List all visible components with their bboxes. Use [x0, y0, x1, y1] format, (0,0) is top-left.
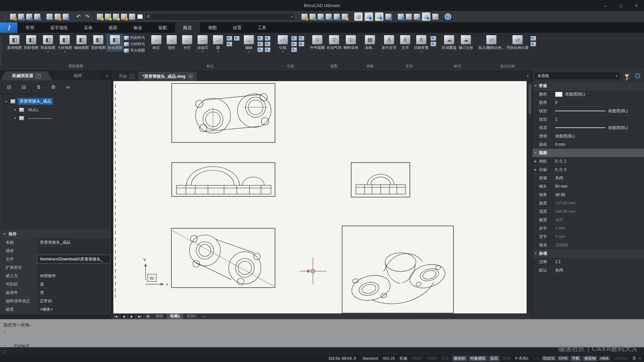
- close-icon[interactable]: ×: [130, 74, 135, 79]
- tree-item[interactable]: ▼ NULL: [3, 106, 110, 114]
- view-wireframe-button[interactable]: [354, 12, 363, 21]
- ribbon-button[interactable]: 标注 ▾: [149, 34, 164, 51]
- property-row[interactable]: ▶ 透明 依图层(BL): [532, 132, 644, 140]
- layer-dropdown[interactable]: 0 ▾: [145, 13, 295, 20]
- ribbon-button[interactable]: 文字 ▾: [397, 34, 413, 51]
- leader-align-icon[interactable]: [291, 42, 297, 46]
- status-menu-icon[interactable]: ▾: [639, 357, 641, 360]
- ribbon-tab[interactable]: 工具: [250, 22, 274, 33]
- first-layout-icon[interactable]: |◀: [112, 314, 119, 319]
- layout-tab[interactable]: 模型: [152, 313, 167, 319]
- property-row[interactable]: 材质 <继承>: [1, 305, 110, 314]
- property-row[interactable]: 可剖切 是: [1, 280, 110, 289]
- leader-edit-icon[interactable]: [291, 48, 297, 52]
- search-icon[interactable]: ∞: [64, 84, 72, 90]
- ribbon-small-button[interactable]: 剖面样式: [124, 35, 145, 40]
- ribbon-button[interactable]: 更新视图 ▾: [90, 34, 107, 51]
- twisty-icon[interactable]: ▼: [4, 100, 8, 103]
- canvas-scrollbar[interactable]: [528, 81, 532, 316]
- arc-length-icon[interactable]: [227, 42, 232, 46]
- layer-on-off-icon[interactable]: [97, 14, 103, 20]
- ribbon-button[interactable]: 自动更新 ▾: [107, 34, 123, 51]
- layer-lock-icon[interactable]: [121, 14, 127, 20]
- status-toggle[interactable]: ISO-25: [381, 356, 396, 361]
- layout-tab[interactable]: 布局1: [167, 313, 183, 319]
- ribbon-button[interactable]: 大样视图 ▾: [56, 34, 73, 54]
- dim-brush1-icon[interactable]: [258, 36, 263, 41]
- ribbon-tab[interactable]: 徒手描绘: [42, 22, 76, 33]
- drawing-explorer-button[interactable]: [422, 12, 430, 21]
- scale-down-icon[interactable]: [531, 42, 536, 46]
- ribbon-button[interactable]: 多行文字 ▾: [381, 34, 397, 51]
- text-tools-cluster[interactable]: [430, 34, 438, 46]
- property-row[interactable]: ▶ 背平 0 mm: [532, 233, 644, 241]
- minimize-button[interactable]: –: [598, 0, 613, 11]
- drawing-canvas[interactable]: Y W ×: [113, 81, 527, 316]
- layout-list-icon[interactable]: ▣: [145, 314, 151, 319]
- tree-item[interactable]: ▼ ────────: [3, 114, 110, 122]
- dim-tolerance-icon[interactable]: [258, 48, 263, 52]
- ribbon-button[interactable]: 同步比例位置 ▾: [505, 34, 530, 51]
- property-row[interactable]: ▶ 高度 137.93 mm: [532, 199, 644, 207]
- app-menu-button[interactable]: ⟩: [0, 22, 17, 33]
- maximize-button[interactable]: □: [613, 0, 629, 11]
- match-properties-icon[interactable]: [302, 14, 308, 20]
- help-button[interactable]: ?: [445, 13, 451, 20]
- property-row[interactable]: ▶ 目标 0, 0, 0: [532, 166, 644, 174]
- layer-freeze-icon[interactable]: [113, 14, 119, 20]
- save-icon[interactable]: [26, 14, 32, 20]
- ribbon-button[interactable]: 剖面视图 ▾: [40, 34, 56, 54]
- property-row[interactable]: ▶ 镜头 50 mm: [532, 182, 644, 191]
- save-as-icon[interactable]: [34, 14, 40, 20]
- property-row[interactable]: ▶ 注释 1:1: [532, 258, 644, 266]
- section-general[interactable]: ▼ 常规: [532, 82, 644, 90]
- property-row[interactable]: 文件 \home\xcc\Downloads\异形管接头_: [1, 255, 110, 263]
- select-add-icon[interactable]: [326, 14, 332, 20]
- twisty-icon[interactable]: ▼: [13, 117, 17, 120]
- document-tab[interactable]: *异形管接头_成品.dwg ×: [139, 72, 197, 81]
- print-icon[interactable]: [55, 14, 61, 20]
- ribbon-tab[interactable]: 常用: [17, 22, 42, 33]
- property-row[interactable]: ▶ 高程 0 mm: [532, 140, 644, 149]
- select-highlight-icon[interactable]: [342, 14, 348, 20]
- status-toggle[interactable]: GRID: [426, 356, 439, 361]
- property-row[interactable]: ▶ 前平 1 mm: [532, 224, 644, 233]
- section-misc[interactable]: ▼ 杂项: [532, 249, 644, 258]
- property-row[interactable]: ▶ 视觉 2D线框: [532, 241, 644, 249]
- composition-cube-icon[interactable]: [385, 14, 391, 20]
- publish-icon[interactable]: [63, 14, 69, 20]
- ribbon-button[interactable]: 编辑 ▾: [241, 34, 257, 54]
- property-row[interactable]: 标准件 否: [1, 289, 110, 297]
- status-toggle[interactable]: LOCKUI: [611, 356, 629, 361]
- undo-icon[interactable]: ↶: [75, 14, 82, 20]
- close-icon[interactable]: ×: [36, 74, 41, 78]
- sort-icon[interactable]: ⇅: [34, 84, 43, 90]
- document-tab[interactable]: 开始 ×: [115, 72, 139, 81]
- twisty-icon[interactable]: ▼: [13, 108, 17, 112]
- ribbon-button[interactable]: 修订云形 ▾: [458, 34, 474, 51]
- property-row[interactable]: 名称 异形管接头_成品: [1, 238, 110, 247]
- open-file-icon[interactable]: [18, 14, 24, 20]
- property-row[interactable]: 插入为 外部组件: [1, 272, 110, 280]
- centerline-icon[interactable]: [234, 36, 239, 41]
- image-icon[interactable]: [432, 14, 438, 20]
- ribbon-button[interactable]: 区域覆盖 ▾: [441, 34, 458, 51]
- property-row[interactable]: ▶ 线宽 依图层(BL): [532, 124, 644, 132]
- property-painter-icon[interactable]: [310, 14, 316, 20]
- section-view[interactable]: ▼ 视图: [532, 149, 644, 157]
- redo-icon[interactable]: ↷: [84, 14, 91, 20]
- ribbon-tab[interactable]: 实体: [76, 22, 101, 33]
- property-row[interactable]: ▶ 颜色 依图层(BL): [532, 90, 644, 99]
- collapse-node-icon[interactable]: ⊟: [19, 84, 28, 90]
- ribbon-button[interactable]: 引线 ▾: [275, 34, 290, 54]
- property-row[interactable]: ▶ 透视 关闭: [532, 174, 644, 182]
- dim-spacing-icon[interactable]: [265, 48, 270, 52]
- layout-tab[interactable]: 布局2: [183, 313, 200, 319]
- print-preview-icon[interactable]: [47, 14, 53, 20]
- ribbon-button[interactable]: 表格... ▾: [362, 34, 378, 51]
- property-row[interactable]: ▶ 裁剪 关闭: [532, 216, 644, 224]
- status-toggle[interactable]: 线宽: [501, 356, 512, 361]
- status-toggle[interactable]: 正交: [440, 356, 451, 361]
- ribbon-button[interactable]: 对齐 ▾: [179, 34, 195, 51]
- tab-components[interactable]: 组件: [52, 71, 104, 80]
